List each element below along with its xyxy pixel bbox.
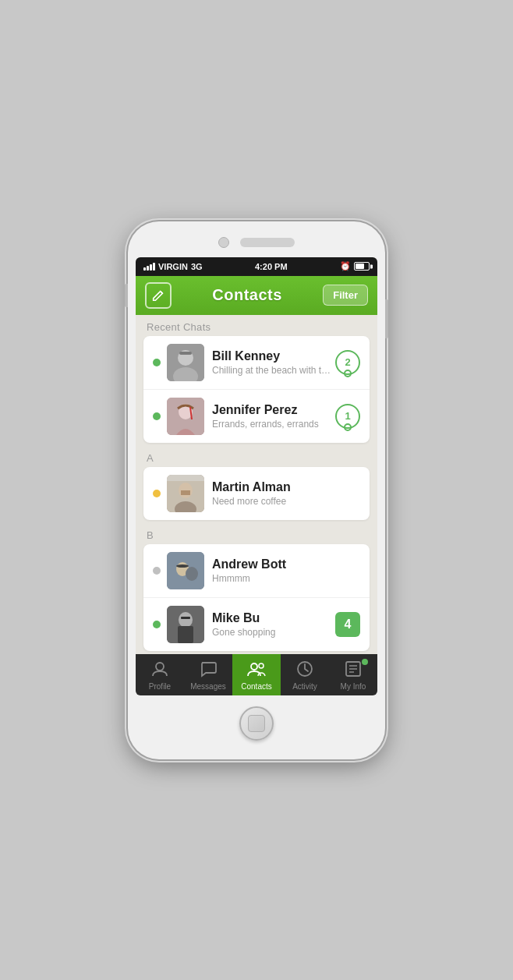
list-item[interactable]: Andrew Bott Hmmmm bbox=[143, 544, 370, 598]
tab-profile-label: Profile bbox=[149, 682, 171, 691]
battery-icon bbox=[354, 262, 370, 271]
status-dot-online bbox=[153, 412, 161, 420]
contact-name: Andrew Bott bbox=[212, 557, 360, 571]
profile-icon bbox=[151, 660, 168, 680]
list-item[interactable]: Mike Bu Gone shopping 4 bbox=[143, 598, 370, 651]
tab-messages-label: Messages bbox=[190, 682, 226, 691]
avatar bbox=[167, 475, 204, 512]
alarm-icon: ⏰ bbox=[340, 261, 351, 271]
status-dot-away bbox=[153, 490, 161, 497]
mike-avatar-img bbox=[167, 606, 204, 643]
status-bar: VIRGIN 3G 4:20 PM ⏰ bbox=[136, 257, 377, 276]
andrew-avatar-img bbox=[167, 552, 204, 589]
contact-info: Andrew Bott Hmmmm bbox=[212, 557, 360, 584]
volume-button bbox=[125, 284, 128, 307]
network-label: 3G bbox=[191, 262, 203, 271]
myinfo-icon bbox=[345, 660, 362, 680]
svg-point-22 bbox=[259, 663, 264, 668]
home-button[interactable] bbox=[239, 706, 274, 741]
recent-chats-group: Bill Kenney Chilling at the beach with t… bbox=[143, 336, 370, 443]
front-camera bbox=[218, 237, 229, 248]
nav-bar: Contacts Filter bbox=[136, 276, 377, 315]
contact-name: Martin Alman bbox=[212, 480, 360, 494]
signal-bars bbox=[143, 263, 155, 271]
power-button bbox=[385, 299, 388, 338]
avatar bbox=[167, 398, 204, 435]
phone-screen: VIRGIN 3G 4:20 PM ⏰ Contacts Filter bbox=[136, 257, 377, 695]
message-badge: 1 bbox=[335, 404, 360, 429]
tab-activity[interactable]: Activity bbox=[281, 654, 329, 695]
section-b-group: Andrew Bott Hmmmm bbox=[143, 544, 370, 651]
phone-top bbox=[136, 237, 377, 248]
message-badge: 2 bbox=[335, 350, 360, 375]
svg-point-17 bbox=[179, 612, 193, 628]
bill-avatar-img bbox=[167, 344, 204, 381]
section-a-header: A bbox=[136, 446, 377, 467]
status-right: ⏰ bbox=[340, 261, 370, 271]
section-a-group: Martin Alman Need more coffee bbox=[143, 467, 370, 520]
status-dot-online bbox=[153, 621, 161, 628]
list-item[interactable]: Martin Alman Need more coffee bbox=[143, 467, 370, 520]
battery-fill bbox=[356, 264, 364, 269]
list-item[interactable]: Jennifer Perez Errands, errands, errands… bbox=[143, 390, 370, 443]
status-dot-online bbox=[153, 359, 161, 366]
recent-chats-header: Recent Chats bbox=[136, 315, 377, 336]
contact-status-text: Gone shopping bbox=[212, 627, 335, 638]
tab-bar: Profile Messages bbox=[136, 654, 377, 695]
contact-status-text: Hmmmm bbox=[212, 573, 360, 584]
avatar bbox=[167, 606, 204, 643]
phone-frame: VIRGIN 3G 4:20 PM ⏰ Contacts Filter bbox=[128, 221, 385, 759]
tab-myinfo[interactable]: My Info bbox=[329, 654, 377, 695]
avatar bbox=[167, 552, 204, 589]
tab-contacts-label: Contacts bbox=[241, 682, 271, 691]
time-display: 4:20 PM bbox=[255, 262, 288, 271]
phone-bottom bbox=[136, 706, 377, 741]
contact-info: Bill Kenney Chilling at the beach with t… bbox=[212, 349, 335, 376]
svg-rect-18 bbox=[178, 626, 193, 643]
contact-info: Martin Alman Need more coffee bbox=[212, 480, 360, 507]
contact-status-text: Chilling at the beach with the guys bbox=[212, 365, 335, 376]
svg-point-14 bbox=[186, 567, 198, 581]
contact-info: Jennifer Perez Errands, errands, errands bbox=[212, 403, 335, 430]
contacts-icon bbox=[247, 660, 266, 680]
signal-bar-1 bbox=[143, 267, 146, 271]
martin-avatar-img bbox=[167, 475, 204, 512]
signal-bar-2 bbox=[147, 266, 149, 271]
svg-rect-15 bbox=[176, 564, 189, 568]
unread-badge: 4 bbox=[335, 612, 360, 637]
status-left: VIRGIN 3G bbox=[143, 262, 203, 271]
carrier-label: VIRGIN bbox=[158, 262, 188, 271]
svg-point-21 bbox=[251, 663, 257, 670]
tab-messages[interactable]: Messages bbox=[184, 654, 232, 695]
svg-point-20 bbox=[156, 663, 164, 670]
page-title: Contacts bbox=[212, 286, 282, 304]
activity-icon bbox=[296, 660, 313, 680]
contact-name: Mike Bu bbox=[212, 611, 335, 625]
avatar bbox=[167, 344, 204, 381]
messages-icon bbox=[200, 660, 217, 680]
section-b-header: B bbox=[136, 523, 377, 544]
svg-rect-3 bbox=[179, 352, 192, 355]
notification-dot bbox=[362, 659, 368, 665]
svg-rect-8 bbox=[167, 475, 204, 481]
contact-status-text: Errands, errands, errands bbox=[212, 419, 335, 430]
status-dot-offline bbox=[153, 567, 161, 575]
svg-rect-10 bbox=[181, 490, 190, 495]
svg-rect-19 bbox=[181, 617, 190, 619]
list-item[interactable]: Bill Kenney Chilling at the beach with t… bbox=[143, 336, 370, 390]
signal-bar-4 bbox=[153, 263, 155, 271]
tab-profile[interactable]: Profile bbox=[136, 654, 184, 695]
compose-icon bbox=[151, 288, 165, 302]
tab-contacts[interactable]: Contacts bbox=[232, 654, 281, 695]
signal-bar-3 bbox=[150, 264, 152, 271]
home-button-inner bbox=[248, 715, 265, 732]
compose-button[interactable] bbox=[145, 282, 172, 309]
contact-name: Jennifer Perez bbox=[212, 403, 335, 417]
tab-myinfo-label: My Info bbox=[341, 682, 366, 691]
contact-name: Bill Kenney bbox=[212, 349, 335, 363]
jennifer-avatar-img bbox=[167, 398, 204, 435]
contact-info: Mike Bu Gone shopping bbox=[212, 611, 335, 638]
tab-activity-label: Activity bbox=[292, 682, 317, 691]
contacts-content: Recent Chats Bill Kenney bbox=[136, 315, 377, 651]
filter-button[interactable]: Filter bbox=[323, 285, 368, 306]
